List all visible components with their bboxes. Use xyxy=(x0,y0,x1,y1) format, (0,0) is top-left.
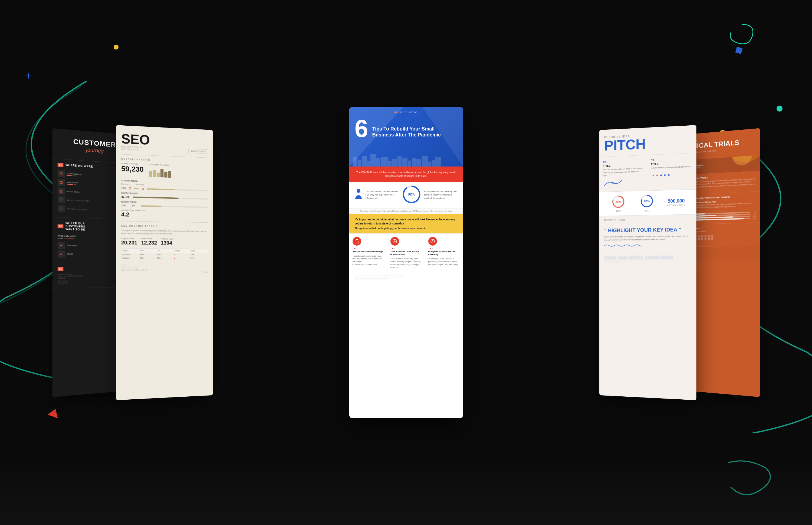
svg-rect-7 xyxy=(355,241,359,243)
svg-text:80%: 80% xyxy=(644,199,650,203)
seo-organic-section: SEO ORGANIC TRAFFIC This region is great… xyxy=(116,221,213,277)
total-visits: Overall Total Visits 59,230 xyxy=(121,162,144,177)
pitch-step-1: 02. TITLE You can include up to 1-7 line… xyxy=(599,155,647,192)
tip3-text: • Coming out of the COVID-19 pandemic, y… xyxy=(428,257,460,266)
tip-3: TIP 3 Budget to Account for New Spending… xyxy=(425,234,463,272)
cj-check-icon-2 xyxy=(57,250,64,257)
pitch-background-label: BACKGROUND xyxy=(599,214,696,223)
referral-visits: Referral Visits 1304 xyxy=(161,238,173,246)
section1-badge: 01 xyxy=(57,163,63,167)
table-header: Region Prev Curr Change Trend xyxy=(122,248,208,253)
svg-text:80%: 80% xyxy=(615,200,621,203)
step1-num: 02. xyxy=(603,159,643,164)
direct-visits: Direct Visits 12,232 xyxy=(141,238,157,246)
svg-point-3 xyxy=(357,189,360,193)
bar-chart xyxy=(149,166,208,179)
organic-title: SEO ORGANIC TRAFFIC xyxy=(121,224,208,228)
svg-point-14 xyxy=(664,174,666,176)
svg-point-10 xyxy=(612,182,614,183)
step2-num: 03. xyxy=(651,157,692,162)
seo-table: Region Prev Curr Change Trend Northern B… xyxy=(121,248,208,260)
pitch-active-users: 500,000 ACTIVE USERS xyxy=(661,198,691,206)
organic-desc: This region is great for a detailed expl… xyxy=(121,229,208,236)
tips-red-section: The COVID-19 outbreak has wreaked financ… xyxy=(349,166,463,182)
tip1-num: TIP 1 xyxy=(353,247,384,250)
tip1-icon xyxy=(353,237,361,245)
tips-stat-text: of small businesses said they had suffer… xyxy=(424,190,457,200)
tips-card[interactable]: YOUR LOGO 6 Tips To Rebuild Your Small B… xyxy=(349,107,463,418)
overall-traffic-title: OVERALL TRAFFIC xyxy=(121,157,208,163)
pitch-highlight-text: Insert a key Business Idea in your infog… xyxy=(604,235,691,241)
svg-rect-38 xyxy=(704,238,706,240)
tip3-icon xyxy=(428,237,437,245)
section2-badge: 02 xyxy=(57,224,63,228)
tips-small-stat: Just 5% of small-business owners said th… xyxy=(365,190,399,200)
organic-stats-row: Organic Visits 20,231 Direct Visits 12,2… xyxy=(121,237,208,246)
tips-header: YOUR LOGO 6 Tips To Rebuild Your Small B… xyxy=(349,107,463,166)
svg-point-11 xyxy=(652,175,654,176)
cards-stage: CUSTOMER journey 01 WHERE WE WERE in-pro… xyxy=(27,32,785,493)
tips-circle-stat: 92% xyxy=(402,185,421,205)
cj-icon-5 xyxy=(57,205,64,212)
svg-point-41 xyxy=(711,235,713,237)
svg-rect-40 xyxy=(708,237,710,240)
tips-yellow-section: It's important to consider what recovery… xyxy=(349,214,463,234)
bounce-rate: 47.1% xyxy=(121,195,132,198)
svg-rect-1 xyxy=(60,181,62,183)
cj-icon-4 xyxy=(57,196,64,203)
pitch-stats: 80% B2B 80% B2C 500,000 ACTIVE USERS xyxy=(599,189,696,216)
svg-point-15 xyxy=(668,174,669,176)
seo-stats-row: Overall Total Visits 59,230 Visit Trends… xyxy=(121,162,208,179)
svg-point-39 xyxy=(708,235,710,237)
svg-text:92%: 92% xyxy=(407,192,415,196)
direct-visits-num: 12,232 xyxy=(141,240,157,245)
tips-yellow-title: It's important to consider what recovery… xyxy=(355,217,457,226)
seo-client-status: CLIENT STATUS xyxy=(188,148,208,153)
svg-point-37 xyxy=(704,235,706,237)
svg-point-12 xyxy=(656,174,658,176)
buildings-decoration xyxy=(349,153,463,166)
cj-icon-2 xyxy=(57,178,64,186)
tip-2: TIP 2 Take a Second Look at Your Busines… xyxy=(387,234,425,272)
seo-header: SEO PROJECT REPORT SEPTEMBER 2023 CLIENT… xyxy=(116,125,213,158)
tips-reflection: Tips To Rebuild Your Small Business It's… xyxy=(349,272,463,283)
wavy-decoration xyxy=(604,243,642,247)
cj-check-icon xyxy=(57,241,64,249)
northern-label: Northern region xyxy=(121,179,142,182)
tip2-icon xyxy=(390,237,399,245)
tip2-text: • Your business model may have worked pe… xyxy=(390,257,422,269)
tips-stats-section: Just 5% of small-business owners said th… xyxy=(349,182,463,208)
visit-trends-chart: Visit Trends by Medium xyxy=(149,163,208,179)
tip3-title: Budget to Account for New Spending xyxy=(428,251,460,256)
svg-rect-36 xyxy=(701,238,703,240)
tips-grid: TIP 1 Assess the Financial Damage • Upda… xyxy=(349,234,463,272)
table-row-1: Northern B9% T3% ▲ T3% xyxy=(122,252,208,256)
table-row-2: Southern T3% T3% ▲ T3% xyxy=(122,256,208,260)
cj-icon-3 xyxy=(57,187,64,195)
swirl-bottom xyxy=(723,457,771,498)
seo-card[interactable]: SEO PROJECT REPORT SEPTEMBER 2023 CLIENT… xyxy=(116,125,213,400)
tips-source: According to the National Federation of … xyxy=(349,208,463,214)
section1-title: WHERE WE WERE xyxy=(65,163,93,168)
pitch-card[interactable]: BUSINESS IDEA PITCH 02. TITLE You can in… xyxy=(599,125,696,400)
tips-red-text: The COVID-19 outbreak has wreaked financ… xyxy=(355,170,457,178)
step1-deco xyxy=(603,178,643,188)
northern-region: Northern region Previous Previous 10% ▲ … xyxy=(121,179,208,192)
organic-visits-num: 20,231 xyxy=(121,240,137,246)
pitch-steps: 02. TITLE You can include up to 1-7 line… xyxy=(599,153,696,192)
tip3-num: TIP 3 xyxy=(428,247,460,250)
pitch-highlight-title: " HIGHLIGHT YOUR KEY IDEA " xyxy=(604,226,691,234)
avg-page-load: Average Page Load Time 4.2 xyxy=(121,209,208,219)
svg-rect-42 xyxy=(711,237,713,240)
pitch-highlight: " HIGHLIGHT YOUR KEY IDEA " Insert a key… xyxy=(599,222,696,252)
pitch-reflection: BACKGROUND IDEA YEK RUOY THGILHGIH xyxy=(599,252,696,266)
person-icon xyxy=(355,189,362,201)
step2-dots xyxy=(651,170,692,180)
pitch-b2b: 80% B2B xyxy=(604,194,633,212)
total-visits-num: 59,230 xyxy=(121,164,144,174)
pitch-title: PITCH xyxy=(604,135,691,153)
svg-point-33 xyxy=(698,235,700,237)
svg-rect-34 xyxy=(698,238,700,240)
svg-point-13 xyxy=(660,174,662,176)
step2-text: Include details for this point and data … xyxy=(651,165,692,169)
